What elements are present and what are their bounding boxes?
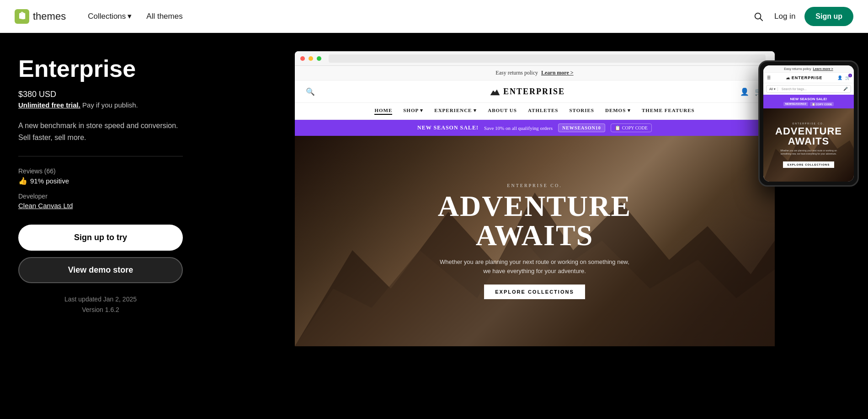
mobile-cart-icon[interactable]: 🛒 1 [845, 75, 850, 80]
demo-nav-home[interactable]: HOME [374, 107, 392, 115]
mobile-promo-code[interactable]: NEWSEASON10 [783, 102, 808, 106]
demo-nav-stories[interactable]: STORIES [569, 107, 594, 115]
mobile-screen: Easy returns policy Learn more > ☰ ENTER… [763, 65, 854, 182]
navbar-actions: Log in Sign up [751, 7, 853, 26]
demo-nav-theme-features[interactable]: THEME FEATURES [642, 107, 695, 115]
theme-description: A new benchmark in store speed and conve… [18, 120, 183, 143]
demo-promo-text: Save 10% on all qualifying orders [484, 125, 553, 131]
demo-promo-code[interactable]: NEWSEASON10 [558, 124, 605, 132]
developer-label: Developer [18, 193, 183, 200]
reviews-section: Reviews (66) 👍 91% positive [18, 167, 183, 185]
login-link[interactable]: Log in [774, 12, 795, 21]
demo-nav-athletes[interactable]: ATHLETES [528, 107, 559, 115]
mobile-copy-code[interactable]: 📋 COPY CODE [810, 102, 834, 106]
demo-hero-title: ADVENTURE AWAITS [438, 192, 631, 250]
last-updated: Last updated Jan 2, 2025 [18, 294, 183, 304]
chevron-down-icon: ▾ [128, 11, 132, 21]
mobile-search-bar[interactable]: All ▾ Search for bags... 🎤 [766, 85, 851, 93]
announcement-link[interactable]: Learn more > [541, 70, 574, 76]
announcement-text: Easy returns policy [495, 70, 538, 76]
developer-section: Developer Clean Canvas Ltd [18, 193, 183, 210]
browser-dot-maximize [317, 56, 321, 61]
demo-nav-demos[interactable]: DEMOS ▾ [605, 107, 631, 115]
mobile-hero-title: ADVENTURE AWAITS [775, 126, 842, 146]
mobile-explore-button[interactable]: EXPLORE COLLECTIONS [783, 161, 834, 168]
mobile-mockup: Easy returns policy Learn more > ☰ ENTER… [758, 60, 859, 187]
demo-store-content: Easy returns policy Learn more > 🔍 ENTER… [295, 66, 775, 346]
mobile-cart-badge: 1 [848, 74, 852, 77]
view-demo-button[interactable]: View demo store [18, 257, 183, 283]
left-panel: Enterprise $380 USD Unlimited free trial… [0, 33, 201, 419]
browser-dot-minimize [309, 56, 313, 61]
reviews-label: Reviews (66) [18, 167, 183, 175]
demo-search-icon[interactable]: 🔍 [306, 87, 315, 96]
mobile-promo-bar: NEW SEASON SALE! NEWSEASON10 📋 COPY CODE [763, 95, 854, 108]
mobile-hamburger-icon[interactable]: ☰ [767, 75, 771, 80]
demo-hero-eyebrow: ENTERPRISE CO. [438, 183, 631, 188]
demo-promo-title: NEW SEASON SALE! [417, 124, 479, 131]
browser-dot-close [300, 56, 305, 61]
mobile-user-icon[interactable]: 👤 [837, 75, 842, 80]
demo-hero-sub: Whether you are planning your next route… [439, 258, 631, 275]
svg-line-2 [760, 18, 762, 21]
browser-chrome [295, 51, 775, 66]
update-info: Last updated Jan 2, 2025 Version 1.6.2 [18, 294, 183, 315]
search-icon [753, 11, 763, 21]
demo-copy-code-button[interactable]: 📋 COPY CODE [611, 124, 652, 132]
demo-logo-mountain-icon [490, 86, 501, 97]
mobile-hero-sub: Whether you are planning your next route… [777, 149, 841, 156]
demo-announcement-bar: Easy returns policy Learn more > [295, 66, 775, 81]
demo-nav-shop[interactable]: SHOP ▾ [403, 107, 423, 115]
mobile-logo-icon [786, 75, 790, 80]
free-trial-link[interactable]: Unlimited free trial. [18, 101, 80, 109]
version: Version 1.6.2 [18, 305, 183, 315]
mobile-hero: ENTERPRISE CO. ADVENTURE AWAITS Whether … [763, 108, 854, 182]
demo-logo: ENTERPRISE [490, 86, 565, 97]
browser-mockup: Easy returns policy Learn more > 🔍 ENTER… [295, 51, 775, 346]
mobile-hero-text: ENTERPRISE CO. ADVENTURE AWAITS Whether … [775, 122, 842, 168]
signup-button[interactable]: Sign up [804, 7, 853, 26]
main-content: Enterprise $380 USD Unlimited free trial… [0, 33, 868, 419]
mobile-logo: ENTERPRISE [786, 75, 823, 80]
search-button[interactable] [751, 10, 765, 23]
logo-link[interactable]: themes [15, 9, 66, 24]
collections-label: Collections [88, 12, 126, 21]
thumbs-up-icon: 👍 [18, 177, 27, 185]
mobile-mic-icon[interactable]: 🎤 [843, 87, 848, 91]
developer-link[interactable]: Clean Canvas Ltd [18, 202, 73, 210]
mobile-hero-eyebrow: ENTERPRISE CO. [775, 122, 842, 125]
demo-nav-about[interactable]: ABOUT US [488, 107, 517, 115]
divider [18, 156, 183, 156]
reviews-value: 👍 91% positive [18, 177, 183, 185]
mobile-header-icons: 👤 🛒 1 [837, 75, 850, 80]
mobile-announcement: Easy returns policy Learn more > [763, 65, 854, 73]
mobile-all-dropdown[interactable]: All ▾ [769, 87, 778, 91]
reviews-score: 91% positive [30, 177, 69, 185]
mobile-announcement-link[interactable]: Learn more > [813, 67, 833, 70]
all-themes-link[interactable]: All themes [146, 12, 182, 21]
signup-to-try-button[interactable]: Sign up to try [18, 225, 183, 251]
shopify-logo-icon [15, 9, 29, 24]
mobile-search-placeholder: Search for bags... [782, 87, 841, 91]
collections-link[interactable]: Collections ▾ [88, 11, 132, 21]
theme-title: Enterprise [18, 55, 183, 82]
demo-explore-collections-button[interactable]: EXPLORE COLLECTIONS [484, 285, 585, 299]
demo-promo-bar: NEW SEASON SALE! Save 10% on all qualify… [295, 120, 775, 136]
logo-text: themes [33, 11, 66, 22]
demo-nav: HOME SHOP ▾ EXPERIENCE ▾ ABOUT US ATHLET… [295, 103, 775, 120]
mobile-promo-code-row: NEWSEASON10 📋 COPY CODE [765, 102, 852, 106]
navbar-links: Collections ▾ All themes [88, 11, 751, 21]
theme-price: $380 USD [18, 90, 183, 99]
right-panel: Easy returns policy Learn more > 🔍 ENTER… [201, 33, 868, 419]
demo-nav-experience[interactable]: EXPERIENCE ▾ [434, 107, 477, 115]
mobile-header: ☰ ENTERPRISE 👤 🛒 1 [763, 73, 854, 83]
free-trial-line: Unlimited free trial. Pay if you publish… [18, 101, 183, 109]
copy-icon: 📋 [615, 125, 620, 130]
navbar: themes Collections ▾ All themes Log in S… [0, 0, 868, 33]
all-themes-label: All themes [146, 12, 182, 21]
mobile-promo-title: NEW SEASON SALE! [790, 97, 827, 101]
demo-hero-text: ENTERPRISE CO. ADVENTURE AWAITS Whether … [438, 183, 631, 299]
demo-header: 🔍 ENTERPRISE 👤 🛒 1 [295, 81, 775, 103]
demo-user-icon[interactable]: 👤 [740, 87, 749, 96]
demo-hero: ENTERPRISE CO. ADVENTURE AWAITS Whether … [295, 136, 775, 346]
